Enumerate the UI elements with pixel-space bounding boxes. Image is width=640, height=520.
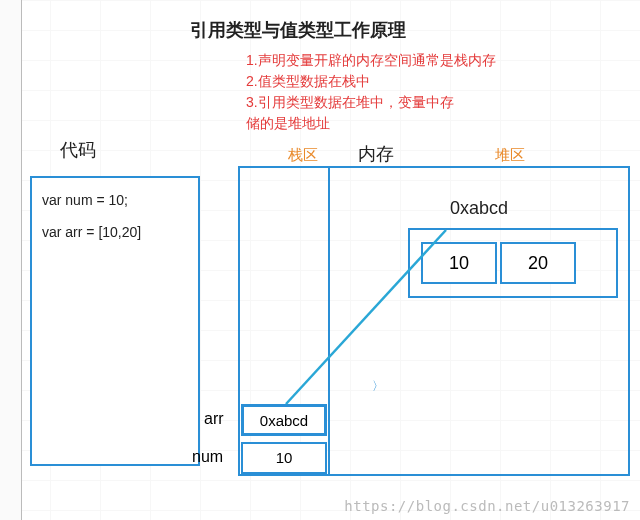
heap-section-label: 堆区 <box>495 146 525 165</box>
note-line-1: 1.声明变量开辟的内存空间通常是栈内存 <box>246 50 496 71</box>
heap-address-label: 0xabcd <box>450 198 508 219</box>
diagram-content: 引用类型与值类型工作原理 1.声明变量开辟的内存空间通常是栈内存 2.值类型数据… <box>0 0 640 520</box>
note-line-2: 2.值类型数据在栈中 <box>246 71 496 92</box>
heap-cell-1: 20 <box>500 242 576 284</box>
stack-num-label: num <box>192 448 223 466</box>
arrow-mark-icon: 〉 <box>372 378 384 395</box>
stack-arr-label: arr <box>204 410 224 428</box>
stack-section-label: 栈区 <box>288 146 318 165</box>
code-line-2: var arr = [10,20] <box>42 224 188 240</box>
note-line-3: 3.引用类型数据在堆中，变量中存 <box>246 92 496 113</box>
heap-cell-0: 10 <box>421 242 497 284</box>
notes-block: 1.声明变量开辟的内存空间通常是栈内存 2.值类型数据在栈中 3.引用类型数据在… <box>246 50 496 134</box>
memory-section-label: 内存 <box>358 142 394 166</box>
watermark: https://blog.csdn.net/u013263917 <box>344 498 630 514</box>
page-title: 引用类型与值类型工作原理 <box>190 18 406 42</box>
code-box: var num = 10; var arr = [10,20] <box>30 176 200 466</box>
code-line-1: var num = 10; <box>42 192 188 208</box>
stack-num-cell: 10 <box>241 442 327 474</box>
code-section-label: 代码 <box>60 138 96 162</box>
stack-arr-cell: 0xabcd <box>241 404 327 436</box>
note-line-4: 储的是堆地址 <box>246 113 496 134</box>
